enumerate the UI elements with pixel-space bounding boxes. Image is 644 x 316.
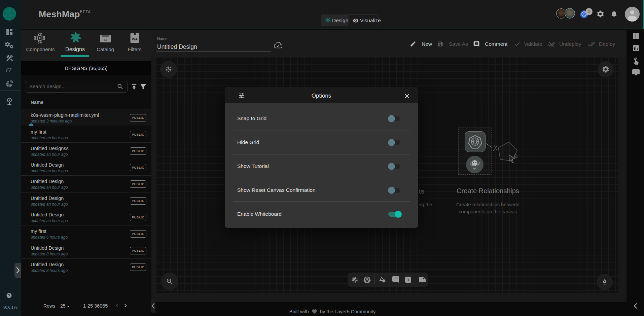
svg-text:WA: WA	[132, 37, 138, 41]
svg-text:T: T	[407, 277, 410, 282]
